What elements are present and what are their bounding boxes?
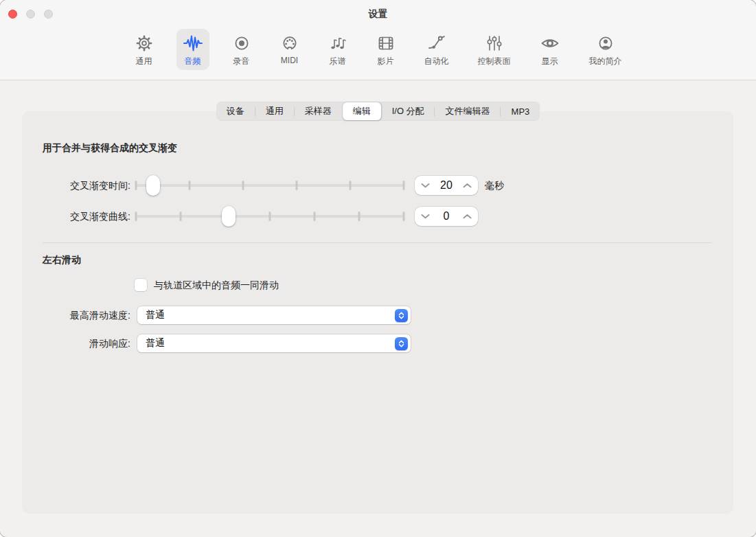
content-area: 设备 通用 采样器 编辑 I/O 分配 文件编辑器 MP3 用于合并与获得合成的… xyxy=(0,81,756,537)
slider-tick xyxy=(269,212,271,221)
toolbar-item-label: 音频 xyxy=(185,56,201,67)
tab-devices[interactable]: 设备 xyxy=(216,102,255,120)
tab-file-editor[interactable]: 文件编辑器 xyxy=(435,102,501,120)
toolbar-item-label: 录音 xyxy=(233,56,250,67)
tab-io-assignments[interactable]: I/O 分配 xyxy=(382,102,435,120)
crossfade-section-title: 用于合并与获得合成的交叉渐变 xyxy=(43,142,177,155)
crossfade-time-value: 20 xyxy=(430,179,463,192)
slider-tick xyxy=(403,212,405,221)
tab-general[interactable]: 通用 xyxy=(255,102,294,120)
max-scrub-speed-value: 普通 xyxy=(146,309,395,321)
toolbar-item-label: 乐谱 xyxy=(330,56,346,67)
toolbar-item-label: 影片 xyxy=(378,56,394,67)
sliders-icon xyxy=(485,32,504,54)
toolbar-item-score[interactable]: 乐谱 xyxy=(322,29,354,70)
toolbar-item-control-surfaces[interactable]: 控制表面 xyxy=(472,29,517,70)
scrub-response-select[interactable]: 普通 xyxy=(137,334,411,352)
toolbar-item-automation[interactable]: 自动化 xyxy=(418,29,455,70)
slider-tick xyxy=(242,181,244,190)
tab-sampler[interactable]: 采样器 xyxy=(295,102,342,120)
chevron-down-icon[interactable] xyxy=(421,183,430,188)
slider-tick xyxy=(135,181,137,190)
section-divider xyxy=(43,242,711,243)
crossfade-curve-stepper[interactable]: 0 xyxy=(415,207,478,226)
toolbar-item-label: 显示 xyxy=(542,56,558,67)
toolbar-item-label: 控制表面 xyxy=(478,56,511,67)
slider-track xyxy=(136,184,404,187)
toolbar-item-display[interactable]: 显示 xyxy=(534,29,566,70)
chevron-up-icon[interactable] xyxy=(463,183,472,188)
chevron-down-icon[interactable] xyxy=(421,214,430,219)
crossfade-time-unit: 毫秒 xyxy=(485,176,504,195)
scrub-response-value: 普通 xyxy=(146,337,395,350)
audio-settings-tabbar: 设备 通用 采样器 编辑 I/O 分配 文件编辑器 MP3 xyxy=(216,102,540,121)
slider-tick xyxy=(189,181,191,190)
crossfade-curve-value: 0 xyxy=(430,210,463,222)
popup-chevrons-icon xyxy=(395,337,408,350)
settings-window: 设置 xyxy=(0,0,756,537)
slider-tick xyxy=(358,212,360,221)
crossfade-curve-label: 交叉渐变曲线: xyxy=(27,207,130,226)
toolbar-item-my-info[interactable]: 我的简介 xyxy=(583,29,628,70)
tab-mp3[interactable]: MP3 xyxy=(501,102,540,120)
crossfade-time-stepper[interactable]: 20 xyxy=(415,176,478,195)
slider-thumb[interactable] xyxy=(146,175,160,196)
film-frame-icon xyxy=(376,32,396,54)
toolbar-item-recording[interactable]: 录音 xyxy=(226,29,257,70)
window-title: 设置 xyxy=(0,8,756,21)
slider-tick xyxy=(180,212,182,221)
toolbar-item-midi[interactable]: MIDI xyxy=(274,29,306,68)
slider-tick xyxy=(403,181,405,190)
crossfade-time-label: 交叉渐变时间: xyxy=(27,176,130,195)
toolbar-item-label: 自动化 xyxy=(424,56,449,67)
scrub-with-audio-label: 与轨道区域中的音频一同滑动 xyxy=(154,279,279,291)
max-scrub-speed-select[interactable]: 普通 xyxy=(137,306,411,324)
scrub-section-title: 左右滑动 xyxy=(43,254,81,266)
automation-node-icon xyxy=(427,32,446,54)
toolbar-item-audio[interactable]: 音频 xyxy=(176,29,209,70)
person-circle-icon xyxy=(596,32,615,54)
slider-tick xyxy=(314,212,316,221)
slider-tick xyxy=(135,212,137,221)
toolbar-item-movie[interactable]: 影片 xyxy=(370,29,402,70)
midi-connector-icon xyxy=(280,32,299,54)
chevron-up-icon[interactable] xyxy=(463,214,472,219)
popup-chevrons-icon xyxy=(395,309,408,322)
record-icon xyxy=(232,32,251,54)
waveform-icon xyxy=(183,32,203,54)
max-scrub-speed-label: 最高滑动速度: xyxy=(27,306,130,324)
scrub-response-label: 滑动响应: xyxy=(27,334,130,352)
toolbar-item-label: 我的简介 xyxy=(589,56,622,67)
slider-thumb[interactable] xyxy=(222,206,236,227)
titlebar-toolbar: 设置 xyxy=(0,0,756,80)
crossfade-time-slider[interactable] xyxy=(136,176,404,195)
tab-editing[interactable]: 编辑 xyxy=(343,102,381,120)
scrub-with-audio-checkbox[interactable] xyxy=(135,279,147,291)
crossfade-curve-slider[interactable] xyxy=(136,207,404,226)
toolbar-item-label: 通用 xyxy=(136,56,152,67)
toolbar-item-general[interactable]: 通用 xyxy=(128,29,160,70)
gear-icon xyxy=(135,32,154,54)
music-notes-icon xyxy=(328,32,347,54)
settings-toolbar: 通用 音频 录音 xyxy=(0,29,756,70)
eye-icon xyxy=(540,32,560,54)
slider-tick xyxy=(296,181,298,190)
toolbar-item-label: MIDI xyxy=(281,56,298,65)
slider-tick xyxy=(350,181,352,190)
